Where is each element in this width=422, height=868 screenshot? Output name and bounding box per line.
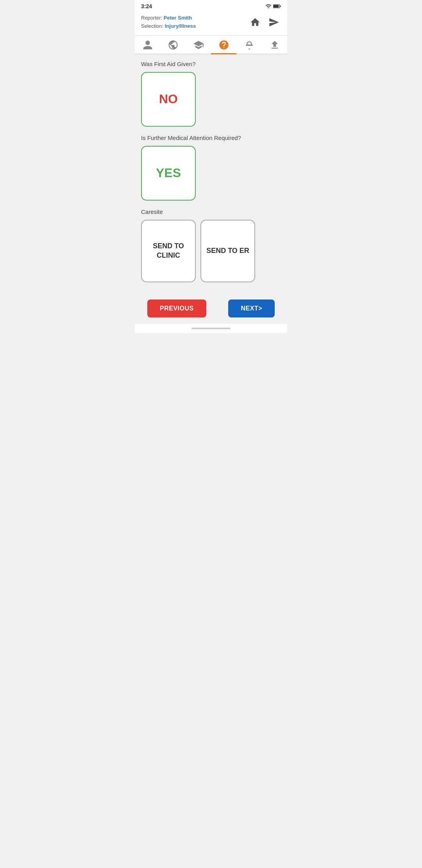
- signal-icon: [265, 3, 272, 9]
- tab-person[interactable]: [135, 36, 160, 54]
- incident-icon: [193, 39, 204, 50]
- header-icons: [248, 15, 281, 29]
- question-icon: [218, 39, 229, 50]
- bottom-bar: [135, 324, 287, 333]
- selection-label: Selection:: [141, 23, 163, 29]
- send-to-clinic-label: SEND TO CLINIC: [146, 242, 191, 260]
- tab-alerts[interactable]: [236, 36, 262, 54]
- caresite-section: Caresite SEND TO CLINIC SEND TO ER: [141, 208, 281, 282]
- tab-globe[interactable]: [160, 36, 186, 54]
- battery-icon: [273, 4, 281, 9]
- reporter-name: Peter Smith: [164, 15, 192, 21]
- first-aid-choices: NO: [141, 72, 281, 127]
- first-aid-no-card[interactable]: NO: [141, 72, 196, 127]
- first-aid-question: Was First Aid Given?: [141, 61, 281, 67]
- app-header: Reporter: Peter Smith Selection: Injury/…: [135, 11, 287, 36]
- send-to-er-card[interactable]: SEND TO ER: [200, 220, 255, 282]
- selection-value: Injury/Illness: [165, 23, 196, 29]
- home-button[interactable]: [248, 15, 262, 29]
- status-icons: [265, 3, 281, 9]
- status-bar: 3:24: [135, 0, 287, 11]
- selection-line: Selection: Injury/Illness: [141, 22, 196, 30]
- svg-rect-2: [280, 5, 281, 7]
- person-icon: [142, 39, 153, 50]
- reporter-label: Reporter:: [141, 15, 162, 21]
- send-to-clinic-card[interactable]: SEND TO CLINIC: [141, 220, 196, 282]
- previous-button[interactable]: PREVIOUS: [147, 299, 206, 317]
- upload-icon: [269, 39, 280, 50]
- first-aid-no-label: NO: [159, 92, 178, 106]
- tab-upload[interactable]: [262, 36, 287, 54]
- caresite-cards: SEND TO CLINIC SEND TO ER: [141, 220, 281, 282]
- submit-button[interactable]: [267, 15, 281, 29]
- main-content: Was First Aid Given? NO Is Further Medic…: [135, 54, 287, 324]
- caresite-label: Caresite: [141, 208, 281, 215]
- send-to-er-label: SEND TO ER: [206, 246, 249, 255]
- medical-attention-choices: YES: [141, 146, 281, 201]
- alert-icon: [244, 39, 255, 50]
- svg-rect-1: [274, 5, 279, 8]
- medical-attention-yes-card[interactable]: YES: [141, 146, 196, 201]
- header-info: Reporter: Peter Smith Selection: Injury/…: [141, 14, 196, 30]
- nav-tabs: [135, 36, 287, 54]
- reporter-line: Reporter: Peter Smith: [141, 14, 196, 22]
- home-icon: [250, 17, 261, 28]
- medical-attention-yes-label: YES: [156, 166, 181, 180]
- next-button[interactable]: NEXT>: [228, 299, 275, 317]
- tab-questions[interactable]: [211, 36, 236, 54]
- globe-icon: [168, 39, 179, 50]
- tab-incident[interactable]: [186, 36, 211, 54]
- bottom-nav: PREVIOUS NEXT>: [141, 292, 281, 324]
- status-time: 3:24: [141, 3, 152, 9]
- bottom-pill: [191, 328, 231, 329]
- submit-icon: [268, 17, 279, 28]
- medical-attention-question: Is Further Medical Attention Required?: [141, 135, 281, 141]
